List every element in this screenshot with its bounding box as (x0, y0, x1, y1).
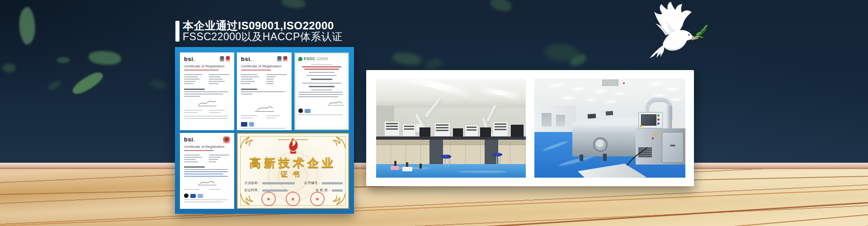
hmi-button-green (657, 114, 660, 117)
fssc-brand: FSSC (304, 56, 315, 61)
certificate-text-line (184, 169, 228, 170)
hitech-title: 高新技术企业 (238, 155, 348, 170)
machine-top-box (606, 111, 613, 115)
dove-eye (688, 34, 689, 35)
warning-label (640, 125, 642, 127)
mark-logo-icon (184, 193, 189, 198)
certificate-text-line (241, 91, 285, 92)
certificate-text-line (298, 92, 343, 93)
wall-window (556, 115, 565, 127)
wall-window (542, 113, 552, 127)
certificate-red-line (304, 69, 339, 70)
accreditation-crest-icon (220, 56, 224, 61)
hmi-button-blue (657, 122, 660, 125)
certificate-text-line (307, 75, 337, 76)
certificate-text-line (302, 83, 342, 84)
red-seal-stamps: ★ ★ ★ (238, 192, 348, 206)
fssc-logo-icon (298, 57, 302, 61)
floor-seam (0, 205, 868, 226)
dove-tail (650, 44, 665, 58)
lab-instrument (465, 125, 478, 137)
stool-leg (445, 158, 446, 166)
door-handle (670, 145, 675, 146)
certificate-legal-line (241, 128, 285, 129)
hmi-button-red (657, 118, 660, 121)
dove-icon (643, 1, 708, 61)
ukas-logo-icon (190, 194, 196, 198)
bsi-certificate-3: bsi. Certificate of Registration (180, 133, 234, 209)
hero-banner: 本企业通过IS09001,ISO22000 FSSC22000以及HACCP体系… (0, 0, 868, 226)
certificate-footer-block (184, 108, 230, 114)
certificate-legal-line (184, 118, 228, 119)
lab-instrument (384, 121, 400, 136)
certificate-text-line (311, 64, 332, 65)
headline-line2: FSSC22000以及HACCP体系认证 (183, 32, 343, 42)
accreditation-logos (241, 122, 288, 127)
cabinet-door (662, 132, 684, 163)
hitech-torch-icon (287, 138, 299, 156)
red-seal-stamp: ★ (286, 192, 300, 206)
pink-basin (391, 166, 399, 170)
field-label: 企业名称： (244, 181, 261, 185)
cnas-logo-icon (241, 122, 247, 127)
certificate-legal-line (298, 114, 343, 115)
hmi-screen (641, 114, 656, 126)
machine-porthole (593, 137, 608, 152)
certificate-subtitle-line (184, 150, 214, 151)
lab-monitor (511, 125, 524, 137)
certification-headline: 本企业通过IS09001,ISO22000 FSSC22000以及HACCP体系… (175, 20, 343, 42)
lab-instrument (434, 122, 450, 137)
accreditation-crest-icon (277, 56, 282, 61)
blue-stool (493, 153, 502, 156)
accreditation-logos (298, 108, 345, 113)
seal-star-icon: ★ (266, 196, 271, 202)
certificate-legal-line (184, 202, 223, 202)
signature (184, 179, 230, 186)
fssc-number: 22000 (316, 56, 328, 61)
certificate-text-line (241, 94, 253, 94)
lab-instrument (402, 124, 416, 137)
lab-cabinets (376, 140, 526, 164)
bsi-certificate-2: bsi. Certificate of Registration (237, 52, 292, 130)
certificate-blue-line (184, 176, 228, 177)
mark-logo-icon (298, 108, 303, 113)
lab-monitor (420, 127, 430, 137)
certificate-bold-line (184, 166, 205, 168)
royal-crest-icon (283, 56, 288, 61)
bsi-logo: bsi. (184, 137, 195, 142)
red-seal-stamp: ★ (310, 192, 325, 206)
certificate-red-line (302, 66, 342, 67)
certificate-legal-line (184, 116, 228, 117)
royal-crest-icon (223, 137, 230, 144)
certificate-text-block (184, 73, 230, 85)
certificate-bold-line (241, 89, 257, 90)
lab-instrument (493, 122, 508, 137)
production-line-photo (534, 79, 685, 178)
lab-monitor (480, 127, 491, 137)
certificate-title: Certificate of Registration (184, 64, 230, 68)
certificate-text-line (311, 89, 332, 90)
floor-seam (0, 184, 868, 226)
lab-monitor (453, 128, 463, 137)
certificate-text-line (298, 94, 343, 95)
red-seal-stamp: ★ (261, 192, 276, 206)
certificate-text-line (309, 72, 335, 73)
certificate-text-block (241, 73, 288, 85)
certificate-blue-line (184, 171, 228, 172)
certificate-blue-line (184, 174, 223, 174)
facility-photos-frame (366, 70, 694, 186)
field-label: 证书编号： (304, 181, 321, 185)
certificate-text-line (184, 96, 200, 97)
bsi-logo: bsi. (184, 56, 195, 62)
anab-logo-icon (198, 194, 203, 198)
certificate-footer-block (184, 188, 230, 191)
machine-leg (603, 154, 607, 161)
field-value-redacted (262, 182, 295, 184)
gold-corner-ornament (333, 136, 346, 149)
fssc-certificate: FSSC 22000 (294, 52, 349, 130)
iaf-logo-icon (249, 122, 254, 127)
signature (241, 105, 288, 112)
warning-label (655, 133, 657, 135)
amber-bottle (420, 164, 422, 169)
olive-leaf (703, 24, 708, 29)
